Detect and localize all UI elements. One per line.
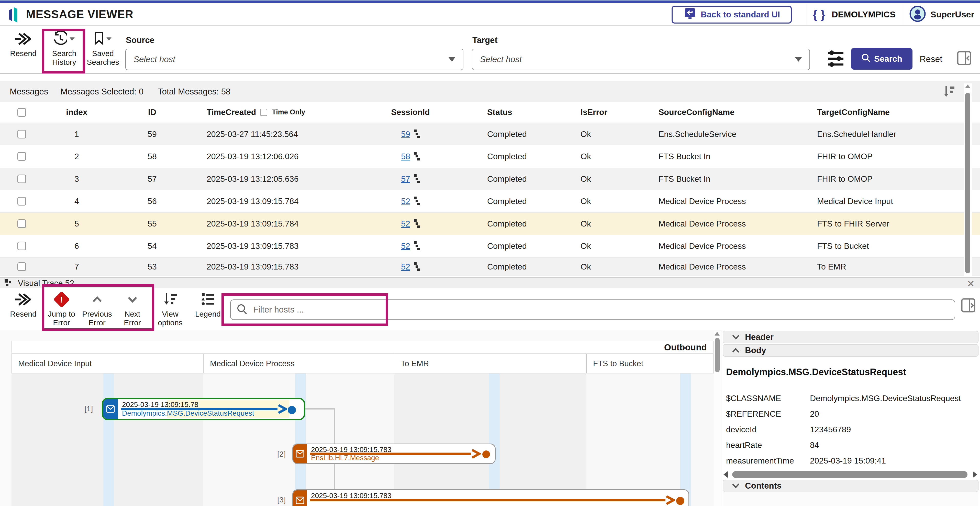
error-diamond-icon: ! <box>56 291 67 308</box>
table-row[interactable]: 4 56 2025-03-19 13:09:15.784 52 Complete… <box>0 190 980 212</box>
table-row[interactable]: 2 58 2025-03-19 13:12:06.026 58 Complete… <box>0 145 980 168</box>
filter-hosts-field[interactable] <box>230 300 955 320</box>
session-link[interactable]: 52 <box>401 196 410 206</box>
dropdown-caret-icon <box>70 37 75 41</box>
section-contents[interactable]: Contents <box>723 480 978 492</box>
envelope-icon <box>293 490 307 506</box>
table-row[interactable]: 6 54 2025-03-19 13:09:15.783 52 Complete… <box>0 235 980 257</box>
row-checkbox[interactable] <box>18 197 26 206</box>
trace-message-index: [3] <box>277 495 286 504</box>
row-checkbox[interactable] <box>18 242 26 250</box>
time-only-checkbox[interactable] <box>260 109 267 116</box>
saved-searches-button[interactable]: Saved Searches <box>84 31 121 67</box>
detail-horizontal-scrollbar[interactable] <box>722 471 979 478</box>
table-row[interactable]: 7 53 2025-03-19 13:09:15.783 52 Complete… <box>0 257 980 276</box>
message-endpoint-dot <box>676 497 684 505</box>
message-endpoint-dot <box>288 406 296 414</box>
detail-field-row: $REFERENCE 20 <box>722 409 980 420</box>
legend-button[interactable]: Legend <box>191 291 224 318</box>
legend-icon <box>201 291 215 308</box>
detail-scrollbar-thumb[interactable] <box>732 471 967 478</box>
table-row[interactable]: 1 59 2025-03-27 11:45:23.564 59 Complete… <box>0 123 980 145</box>
session-link[interactable]: 52 <box>401 262 410 271</box>
visual-trace-header: Visual Trace 52 × <box>0 277 980 288</box>
header-divider <box>807 4 807 25</box>
filter-hosts-input[interactable] <box>253 305 948 315</box>
col-header-targetconfigname: TargetConfigName <box>785 107 980 117</box>
messages-summary-bar: Messages Messages Selected: 0 Total Mess… <box>0 81 980 102</box>
trace-column-header: FTS to Bucket <box>586 354 714 374</box>
section-header[interactable]: Header <box>723 331 978 343</box>
table-row[interactable]: 3 57 2025-03-19 13:12:05.636 57 Complete… <box>0 168 980 190</box>
session-link[interactable]: 57 <box>401 174 410 184</box>
chevron-up-icon <box>731 348 741 353</box>
dropdown-caret-icon <box>107 37 111 41</box>
user-menu[interactable]: SuperUser <box>909 3 974 26</box>
search-button[interactable]: Search <box>851 48 913 70</box>
select-caret-icon <box>795 57 802 62</box>
trace-resend-button[interactable]: Resend <box>6 291 40 318</box>
sort-messages-button[interactable] <box>943 86 956 99</box>
search-history-button[interactable]: Search History <box>45 31 83 67</box>
message-viewer-app: MESSAGE VIEWER Back to standard UI { } D… <box>0 0 980 506</box>
trace-column-header: Medical Device Process <box>203 354 394 374</box>
trace-message-index: [1] <box>84 404 93 413</box>
trace-icon <box>412 262 420 271</box>
table-row-selected[interactable]: 5 55 2025-03-19 13:09:15.784 52 Complete… <box>0 212 980 235</box>
scroll-up-arrow-icon[interactable] <box>965 85 970 88</box>
source-select[interactable]: Select host <box>125 49 463 70</box>
session-link[interactable]: 52 <box>401 219 410 228</box>
detail-field-row: measurementTime 2025-03-19 15:09:41 <box>722 456 980 467</box>
scroll-right-arrow-icon[interactable] <box>973 471 977 478</box>
trace-scrollbar[interactable] <box>714 331 721 506</box>
select-all-checkbox[interactable] <box>18 108 26 117</box>
chevron-up-icon <box>91 291 103 308</box>
session-link[interactable]: 52 <box>401 241 410 251</box>
namespace-label[interactable]: DEMOLYMPICS <box>832 3 896 26</box>
reset-button[interactable]: Reset <box>920 48 942 70</box>
view-options-button[interactable]: View options <box>153 291 188 327</box>
collapse-panel-button[interactable] <box>957 50 971 67</box>
session-link[interactable]: 58 <box>401 152 410 161</box>
detail-field-row: deviceId 123456789 <box>722 425 980 436</box>
back-to-standard-ui-button[interactable]: Back to standard UI <box>671 6 792 24</box>
search-icon <box>237 304 248 316</box>
sort-descending-icon <box>943 86 956 98</box>
messages-total-count: Total Messages: 58 <box>158 87 231 96</box>
source-label: Source <box>126 35 154 45</box>
col-header-sessionid: SessionId <box>376 107 445 117</box>
row-checkbox[interactable] <box>18 130 26 139</box>
trace-scrollbar-thumb[interactable] <box>715 338 720 372</box>
lane-fts-to-bucket <box>586 374 714 506</box>
row-checkbox[interactable] <box>18 174 26 183</box>
target-label: Target <box>473 35 497 45</box>
row-checkbox[interactable] <box>18 262 26 271</box>
scroll-up-arrow-icon[interactable] <box>714 332 720 335</box>
message-detail-panel: Header Body Demolympics.MSG.DeviceStatus… <box>722 330 980 506</box>
envelope-icon <box>293 444 307 463</box>
trace-message[interactable]: 2025-03-19 13:09:15.783 EnsLib.HL7.Messa… <box>292 444 496 464</box>
session-link[interactable]: 59 <box>401 129 410 139</box>
row-checkbox[interactable] <box>18 219 26 228</box>
section-body[interactable]: Body <box>723 344 978 356</box>
filter-settings-button[interactable] <box>827 49 844 69</box>
search-icon <box>861 53 870 64</box>
table-scrollbar[interactable] <box>964 83 972 276</box>
close-icon[interactable]: × <box>967 278 974 289</box>
detail-field-row: $CLASSNAME Demolympics.MSG.DeviceStatusR… <box>722 394 980 405</box>
scroll-left-arrow-icon[interactable] <box>724 471 728 478</box>
trace-message-selected[interactable]: 2025-03-19 13:09:15.78 Demolympics.MSG.D… <box>102 398 305 420</box>
resend-button[interactable]: Resend <box>6 31 40 58</box>
row-checkbox[interactable] <box>18 152 26 161</box>
page-title: MESSAGE VIEWER <box>26 3 134 26</box>
visual-trace-canvas: Outbound Medical Device Input Medical De… <box>0 330 980 506</box>
previous-error-button[interactable]: Previous Error <box>80 291 114 327</box>
table-scrollbar-thumb[interactable] <box>965 93 970 273</box>
split-panel-right-icon <box>961 297 975 313</box>
target-select[interactable]: Select host <box>472 49 810 70</box>
expand-panel-button[interactable] <box>961 297 975 314</box>
trace-message[interactable]: 2025-03-19 13:09:15.783 EnsLib.HL7.Messa… <box>292 489 689 506</box>
jump-to-error-button[interactable]: ! Jump to Error <box>46 291 78 327</box>
trace-toolbar: Resend ! Jump to Error Previous Error Ne… <box>0 288 980 330</box>
next-error-button[interactable]: Next Error <box>118 291 147 327</box>
